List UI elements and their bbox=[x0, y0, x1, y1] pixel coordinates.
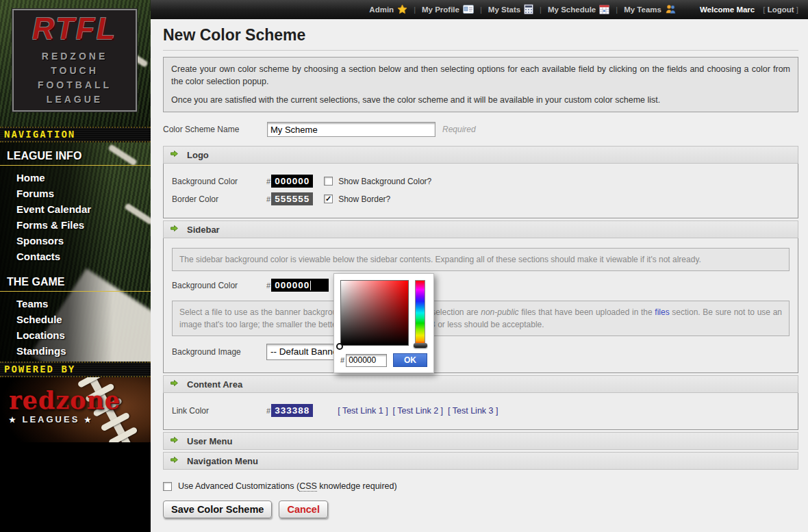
section-header-navigation-menu[interactable]: Navigation Menu bbox=[163, 452, 798, 470]
section-title: Content Area bbox=[187, 379, 242, 390]
section-title: User Menu bbox=[187, 436, 232, 446]
section-title: Logo bbox=[187, 150, 209, 160]
link-color-swatch[interactable]: 333388 bbox=[271, 404, 313, 417]
sidebar-item-statistics[interactable]: Statistics bbox=[0, 359, 151, 362]
files-link[interactable]: files bbox=[655, 307, 669, 317]
welcome-text: Welcome Marc bbox=[700, 5, 755, 14]
sidebar-item-forums[interactable]: Forums bbox=[0, 186, 151, 201]
test-links: [ Test Link 1 ] [ Test Link 2 ] [ Test L… bbox=[338, 406, 498, 416]
sidebar-note: The sidebar background color is viewable… bbox=[172, 248, 790, 271]
scheme-name-input[interactable] bbox=[267, 122, 435, 137]
advanced-customizations-checkbox[interactable] bbox=[163, 482, 172, 491]
section-header-content-area[interactable]: Content Area bbox=[163, 375, 798, 393]
cancel-button[interactable]: Cancel bbox=[279, 501, 328, 518]
field-label: Background Color bbox=[172, 281, 266, 290]
league-logo-line: LEAGUE bbox=[47, 92, 103, 107]
sidebar-item-standings[interactable]: Standings bbox=[0, 343, 151, 359]
field-label: Border Color bbox=[172, 194, 266, 204]
hex-prefix: # bbox=[266, 195, 270, 203]
test-link-2[interactable]: [ Test Link 2 ] bbox=[393, 406, 443, 416]
sidebar-background-color-swatch[interactable]: 000000 bbox=[271, 279, 329, 292]
sidebar-item-locations[interactable]: Locations bbox=[0, 327, 151, 343]
league-logo-line: FOOTBALL bbox=[38, 78, 112, 92]
sidebar-banner: RTFL REDZONE TOUCH FOOTBALL LEAGUE bbox=[0, 0, 151, 127]
show-border-checkbox[interactable] bbox=[324, 194, 333, 203]
logout-button[interactable]: [ Logout ] bbox=[763, 5, 798, 14]
main-content: New Color Scheme Create your own color s… bbox=[151, 19, 808, 532]
league-logo-acronym: RTFL bbox=[32, 14, 117, 44]
save-color-scheme-button[interactable]: Save Color Scheme bbox=[163, 501, 272, 518]
nav-group-league-info: LEAGUE INFO Home Forums Event Calendar F… bbox=[0, 147, 151, 264]
banner-note: Select a file to use as the banner backg… bbox=[172, 301, 790, 336]
section-header-logo[interactable]: Logo bbox=[163, 146, 798, 164]
css-abbr: CSS bbox=[299, 481, 317, 492]
intro-paragraph-1: Create your own color scheme by choosing… bbox=[171, 63, 790, 88]
redzone-logo-sub: ★ LEAGUES ★ bbox=[9, 414, 121, 425]
field-label: Background Color bbox=[172, 177, 266, 186]
calculator-icon bbox=[524, 4, 533, 16]
saturation-value-gradient[interactable] bbox=[340, 280, 409, 346]
logo-background-color-swatch[interactable]: 000000 bbox=[271, 175, 313, 188]
checkbox-label: Show Background Color? bbox=[338, 177, 431, 186]
intro-box: Create your own color scheme by choosing… bbox=[163, 57, 798, 112]
sidebar-item-home[interactable]: Home bbox=[0, 170, 151, 186]
picker-ok-button[interactable]: OK bbox=[393, 353, 427, 367]
advanced-customizations-label: Use Advanced Customizations (CSS knowled… bbox=[178, 481, 397, 491]
topbar-admin[interactable]: Admin bbox=[369, 4, 407, 16]
topbar-separator: | bbox=[616, 5, 618, 14]
topbar-my-stats[interactable]: My Stats bbox=[488, 4, 533, 16]
nav-group-title: LEAGUE INFO bbox=[0, 147, 151, 166]
green-arrow-icon bbox=[170, 223, 179, 236]
section-body-sidebar: The sidebar background color is viewable… bbox=[163, 238, 798, 373]
scheme-name-label: Color Scheme Name bbox=[163, 125, 267, 134]
section-header-sidebar[interactable]: Sidebar bbox=[163, 220, 798, 238]
star-glyph: ★ bbox=[84, 416, 93, 424]
field-label: Link Color bbox=[172, 406, 266, 416]
nav-group-title: THE GAME bbox=[0, 273, 151, 292]
league-logo-line: REDZONE bbox=[42, 49, 108, 64]
section-title: Navigation Menu bbox=[187, 456, 258, 466]
test-link-1[interactable]: [ Test Link 1 ] bbox=[338, 406, 388, 416]
show-background-color-checkbox[interactable] bbox=[324, 177, 333, 186]
star-glyph: ★ bbox=[9, 416, 18, 424]
sidebar-item-forms-files[interactable]: Forms & Files bbox=[0, 217, 151, 233]
sidebar-item-sponsors[interactable]: Sponsors bbox=[0, 233, 151, 249]
picker-hex-input[interactable] bbox=[346, 354, 387, 367]
topbar-separator: | bbox=[540, 5, 542, 14]
hex-prefix: # bbox=[266, 177, 270, 186]
redzone-leagues-logo[interactable]: redzone ★ LEAGUES ★ bbox=[9, 388, 121, 425]
text-caret bbox=[310, 281, 311, 290]
section-header-user-menu[interactable]: User Menu bbox=[163, 432, 798, 450]
test-link-3[interactable]: [ Test Link 3 ] bbox=[448, 406, 498, 416]
sidebar-item-teams[interactable]: Teams bbox=[0, 296, 151, 312]
league-logo-line: TOUCH bbox=[51, 64, 99, 78]
nav-group-the-game: THE GAME Teams Schedule Locations Standi… bbox=[0, 273, 151, 362]
logo-border-color-row: Border Color # 555555 Show Border? bbox=[172, 192, 790, 205]
powered-by-brand: redzone ★ LEAGUES ★ bbox=[0, 377, 151, 442]
color-cursor[interactable] bbox=[336, 343, 343, 350]
topbar-separator: | bbox=[414, 5, 416, 14]
background-image-row: Background Image -- Default Banner -- bbox=[172, 344, 790, 360]
logo-background-color-row: Background Color # 000000 Show Backgroun… bbox=[172, 175, 790, 188]
section-body-logo: Background Color # 000000 Show Backgroun… bbox=[163, 164, 798, 218]
sidebar-item-schedule[interactable]: Schedule bbox=[0, 312, 151, 327]
navigation-led-strip: NAVIGATION bbox=[0, 127, 151, 142]
topbar-my-teams[interactable]: My Teams bbox=[624, 4, 677, 15]
sidebar: RTFL REDZONE TOUCH FOOTBALL LEAGUE NAVIG… bbox=[0, 0, 151, 532]
checkbox-label: Show Border? bbox=[338, 194, 390, 204]
sidebar-item-contacts[interactable]: Contacts bbox=[0, 249, 151, 264]
sidebar-background-color-row: Background Color # 000000 bbox=[172, 279, 790, 292]
topbar-my-schedule[interactable]: My Schedule bbox=[548, 4, 609, 16]
powered-by-led-strip: POWERED BY bbox=[0, 362, 151, 377]
vcard-icon bbox=[463, 5, 474, 15]
section-body-content-area: Link Color # 333388 [ Test Link 1 ] [ Te… bbox=[163, 393, 798, 430]
group-icon bbox=[665, 4, 677, 15]
hue-slider-handle[interactable] bbox=[414, 343, 427, 348]
hue-slider[interactable] bbox=[415, 280, 425, 346]
advanced-customizations-row: Use Advanced Customizations (CSS knowled… bbox=[163, 481, 798, 491]
sidebar-item-event-calendar[interactable]: Event Calendar bbox=[0, 201, 151, 217]
app-root: RTFL REDZONE TOUCH FOOTBALL LEAGUE NAVIG… bbox=[0, 0, 808, 532]
logo-border-color-swatch[interactable]: 555555 bbox=[271, 192, 313, 205]
hex-prefix: # bbox=[266, 407, 270, 415]
topbar-my-profile[interactable]: My Profile bbox=[422, 5, 474, 15]
